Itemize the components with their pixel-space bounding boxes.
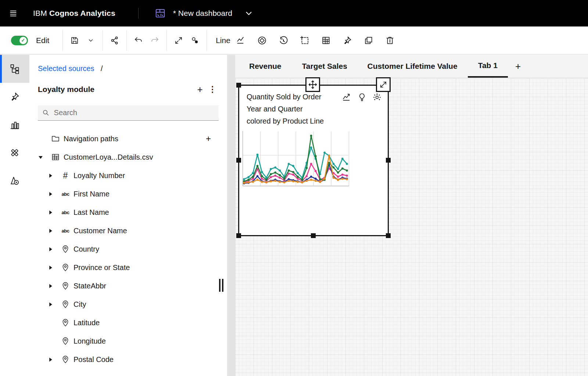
resize-handle-mid-left[interactable] (236, 158, 241, 163)
caret-right-icon[interactable] (48, 228, 61, 233)
tab-customer-lifetime-value[interactable]: Customer Lifetime Value (357, 55, 468, 78)
caret-right-icon[interactable] (48, 302, 61, 307)
forecast-icon[interactable] (372, 92, 382, 102)
add-navigation-path-button[interactable]: + (206, 134, 211, 144)
sidebar-item-visualizations[interactable] (0, 111, 29, 139)
tree-item-province-or-state[interactable]: Province or State (29, 258, 227, 277)
location-icon (61, 281, 70, 290)
selected-line-chart-widget[interactable]: Quantity Sold by Order Year and Quarter … (238, 85, 389, 236)
sidebar-item-pins[interactable] (0, 83, 29, 111)
sidebar-item-media[interactable] (0, 167, 29, 195)
caret-right-icon[interactable] (48, 173, 61, 178)
chevron-down-icon[interactable] (245, 9, 253, 17)
hamburger-icon[interactable] (3, 0, 24, 26)
share-icon[interactable] (107, 32, 123, 49)
panel-divider (227, 55, 235, 376)
tab-target-sales[interactable]: Target Sales (292, 55, 357, 78)
undo-icon[interactable] (130, 32, 147, 49)
tree-item-longitude[interactable]: Longitude (29, 332, 227, 350)
save-icon[interactable] (67, 32, 83, 49)
tree-item-first-name[interactable]: abcFirst Name (29, 185, 227, 203)
location-icon (61, 245, 70, 253)
edit-toggle[interactable]: ✓ (11, 36, 28, 45)
tree-item-country[interactable]: Country (29, 240, 227, 258)
trend-icon[interactable] (342, 92, 352, 102)
resize-handle-bottom-right[interactable] (386, 233, 391, 238)
bar-chart-icon (10, 120, 20, 130)
history-icon[interactable] (275, 32, 291, 49)
table-icon[interactable] (318, 32, 334, 49)
caret-right-icon[interactable] (48, 265, 61, 270)
tree-item-label: CustomerLoya...Details.csv (64, 153, 227, 162)
tree-item-label: Navigation paths (64, 135, 206, 143)
pin-icon[interactable] (339, 32, 355, 49)
tree-item-label: Last Name (74, 208, 227, 217)
relationship-icon[interactable] (187, 32, 203, 49)
canvas-grid[interactable]: Quantity Sold by Order Year and Quarter … (235, 78, 588, 376)
tree-item-label: Country (74, 245, 227, 253)
caret-down-icon[interactable] (38, 155, 51, 160)
duplicate-icon[interactable] (361, 32, 377, 49)
tree-item-city[interactable]: City (29, 295, 227, 313)
tree-item-label: Loyalty Number (74, 171, 227, 180)
widget-title: Quantity Sold by Order Year and Quarter … (247, 91, 338, 127)
caret-right-icon[interactable] (48, 210, 61, 215)
trash-icon[interactable] (382, 32, 398, 49)
tree-item-latitude[interactable]: Latitude (29, 313, 227, 332)
tree-item-customerloya-details-csv[interactable]: CustomerLoya...Details.csv (29, 148, 227, 166)
tree-item-label: Customer Name (74, 227, 227, 235)
select-area-icon[interactable] (297, 32, 313, 49)
fit-screen-icon[interactable] (171, 32, 187, 49)
abc-icon: abc (62, 228, 69, 234)
caret-right-icon[interactable] (48, 284, 61, 288)
tree-item-loyalty-number[interactable]: #Loyalty Number (29, 166, 227, 185)
tree-item-last-name[interactable]: abcLast Name (29, 203, 227, 221)
sidebar-item-sources[interactable] (0, 55, 29, 83)
panel-resize-handle[interactable] (219, 279, 225, 292)
resize-handle-bottom-left[interactable] (236, 233, 241, 238)
resize-handle-top-left[interactable] (236, 83, 241, 88)
save-chevron-down-icon[interactable] (83, 32, 99, 49)
tree-item-customer-name[interactable]: abcCustomer Name (29, 221, 227, 240)
tab-bar: RevenueTarget SalesCustomer Lifetime Val… (235, 55, 588, 78)
add-tab-button[interactable]: + (508, 55, 528, 78)
tree-item-postal-code[interactable]: Postal Code (29, 350, 227, 369)
tab-tab-1[interactable]: Tab 1 (468, 55, 508, 78)
resize-widget-handle[interactable] (376, 77, 391, 92)
app-header: IBM Cognos Analytics * New dashboard (0, 0, 588, 26)
resize-handle-mid-right[interactable] (386, 158, 391, 163)
caret-right-icon[interactable] (48, 247, 61, 252)
sidebar-item-widgets[interactable] (0, 139, 29, 167)
media-icon (10, 175, 20, 186)
location-icon (61, 300, 70, 309)
line-chart-icon[interactable] (233, 32, 249, 49)
widgets-icon (10, 148, 20, 158)
mini-line-chart (242, 131, 349, 187)
tree-item-label: StateAbbr (74, 282, 227, 290)
move-widget-handle[interactable] (305, 77, 320, 92)
search-input[interactable] (54, 109, 214, 117)
breadcrumb: Selected sources / (38, 64, 227, 73)
add-source-button[interactable]: + (194, 83, 206, 96)
resize-handle-bottom-center[interactable] (311, 233, 316, 238)
caret-right-icon[interactable] (48, 357, 61, 362)
lightbulb-icon[interactable] (357, 92, 367, 102)
tree-item-stateabbr[interactable]: StateAbbr (29, 277, 227, 295)
fields-icon[interactable] (254, 32, 270, 49)
caret-right-icon[interactable] (48, 192, 61, 196)
redo-icon[interactable] (147, 32, 163, 49)
toolbar-divider (103, 30, 103, 51)
source-search (38, 105, 219, 121)
dashboard-icon (155, 8, 166, 19)
tree-item-navigation-paths[interactable]: Navigation paths+ (29, 130, 227, 148)
tab-revenue[interactable]: Revenue (239, 55, 292, 78)
breadcrumb-selected-sources[interactable]: Selected sources (38, 64, 94, 72)
toolbar-divider (207, 30, 207, 51)
widget-type-label: Line (216, 36, 230, 45)
tree-item-label: City (74, 300, 227, 309)
module-overflow-menu[interactable]: ⋮ (206, 83, 219, 96)
dashboard-name[interactable]: * New dashboard (173, 9, 232, 18)
edit-toggle-label: Edit (36, 36, 49, 45)
cognos-analytics-app: IBM Cognos Analytics * New dashboard ✓ E… (0, 0, 588, 376)
location-icon (61, 318, 70, 327)
